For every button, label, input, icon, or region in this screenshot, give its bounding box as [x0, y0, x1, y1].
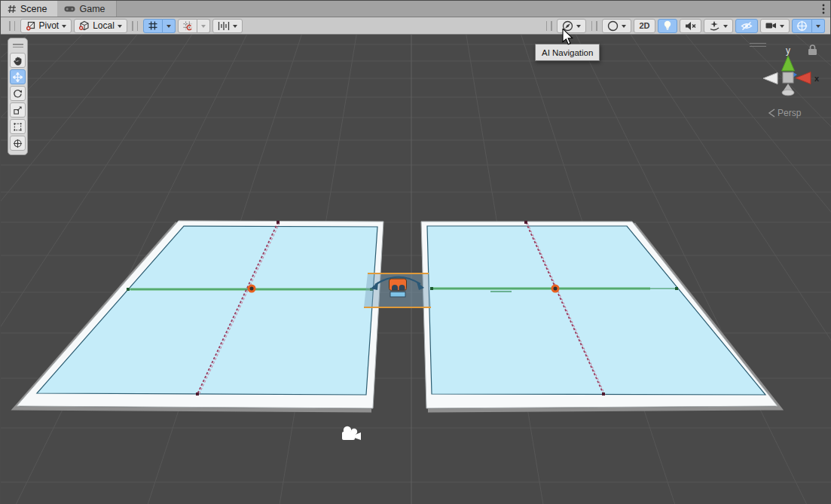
rect-tool-button[interactable] [10, 119, 26, 134]
chevron-down-icon [780, 25, 784, 30]
local-cube-icon [79, 20, 90, 31]
shaded-sphere-icon [607, 20, 619, 32]
gizmos-group [792, 19, 825, 33]
view-tabbar: Scene Game [1, 1, 830, 17]
tab-game-label: Game [79, 4, 105, 14]
tabbar-spacer [117, 1, 817, 17]
scale-tool-button[interactable] [10, 102, 26, 118]
scene-camera-gizmo[interactable] [342, 426, 361, 440]
grid-visual-toggle[interactable] [178, 19, 197, 33]
scene-audio-toggle[interactable] [680, 19, 701, 33]
table-left[interactable] [15, 221, 383, 411]
chevron-down-icon [167, 25, 171, 30]
scale-icon [13, 105, 23, 115]
tools-overlay-drag-handle[interactable] [13, 42, 23, 49]
chevron-down-icon [201, 25, 206, 30]
shading-mode-button[interactable] [602, 19, 631, 33]
tab-scene[interactable]: Scene [1, 1, 57, 17]
tab-game[interactable]: Game [57, 1, 116, 17]
effects-sparkle-icon [709, 20, 720, 31]
grid-snap-dropdown[interactable] [163, 19, 176, 33]
toolbar-drag-handle[interactable] [9, 21, 15, 31]
unity-editor-window: Scene Game Pivot [0, 0, 831, 504]
transform-icon [13, 139, 23, 148]
pivot-mode-button[interactable]: Pivot [20, 19, 72, 33]
orientation-gizmo[interactable]: y x Persp [763, 45, 820, 118]
tools-overlay [8, 38, 28, 155]
effects-visibility-button[interactable] [704, 19, 733, 33]
tab-scene-label: Scene [20, 4, 47, 14]
audio-muted-icon [685, 21, 696, 31]
mouse-cursor [562, 29, 576, 49]
axis-y-label: y [786, 45, 790, 56]
persp-chevron-icon [769, 109, 774, 117]
toolbar-drag-handle[interactable] [132, 21, 138, 31]
scene-canvas: y x Persp [1, 35, 831, 504]
tab-menu-kebab-icon[interactable] [817, 1, 830, 17]
2d-mode-button[interactable]: 2D [634, 19, 655, 33]
local-label: Local [93, 20, 115, 31]
scene-camera-settings-button[interactable] [760, 19, 790, 33]
chevron-down-icon [233, 25, 237, 30]
tooltip-text: AI Navigation [542, 48, 593, 57]
move-tool-button[interactable] [10, 69, 26, 84]
hidden-objects-toggle[interactable] [735, 19, 758, 33]
navmesh-endpoint-marker-left [249, 286, 255, 292]
grid-snap-icon [148, 20, 158, 31]
projection-toggle[interactable]: Persp [769, 108, 802, 118]
grid-snap-group [143, 19, 176, 33]
chevron-down-icon [622, 25, 626, 30]
pivot-label: Pivot [39, 20, 60, 31]
grid-visual-group [178, 19, 210, 33]
hand-icon [13, 56, 23, 66]
table-right[interactable] [421, 221, 780, 411]
grid-visual-dropdown[interactable] [197, 19, 210, 33]
eye-slash-icon [741, 21, 753, 31]
2d-label: 2D [639, 21, 649, 30]
rotate-tool-button[interactable] [10, 86, 26, 101]
local-space-button[interactable]: Local [74, 19, 127, 33]
chevron-down-icon [576, 25, 581, 30]
toolbar-drag-handle[interactable] [546, 21, 552, 31]
gizmos-icon [796, 20, 808, 32]
gizmos-dropdown[interactable] [812, 19, 825, 33]
move-icon [13, 72, 23, 82]
navmesh-link-icon[interactable] [390, 279, 407, 297]
rect-tool-icon [13, 122, 23, 132]
grid-snap-toggle[interactable] [143, 19, 163, 33]
navmesh-endpoint-marker-right [552, 286, 558, 292]
projection-label: Persp [778, 108, 802, 118]
chevron-down-icon [723, 25, 728, 30]
pivot-icon [26, 20, 36, 31]
ground-grid [1, 35, 831, 504]
video-camera-icon [765, 21, 777, 30]
snap-increment-button[interactable] [212, 19, 243, 33]
chevron-down-icon [118, 25, 122, 30]
snap-increment-icon [218, 21, 230, 31]
orientation-overlay-drag-handle[interactable] [750, 41, 766, 49]
view-hand-tool-button[interactable] [10, 53, 26, 68]
scene-grid-icon [8, 5, 17, 14]
scene-viewport[interactable]: y x Persp [1, 35, 831, 504]
chevron-down-icon [816, 25, 820, 30]
rotate-icon [13, 89, 23, 99]
grid-dashed-icon [182, 20, 193, 31]
gamepad-icon [64, 5, 75, 13]
chevron-down-icon [62, 25, 66, 30]
scene-toolbar: Pivot Local [1, 17, 830, 35]
transform-tool-button[interactable] [10, 136, 26, 151]
scene-lighting-toggle[interactable] [658, 19, 677, 33]
lightbulb-icon [663, 20, 672, 31]
gizmos-toggle[interactable] [792, 19, 812, 33]
axis-x-label: x [814, 74, 820, 83]
toolbar-drag-handle[interactable] [591, 21, 597, 31]
